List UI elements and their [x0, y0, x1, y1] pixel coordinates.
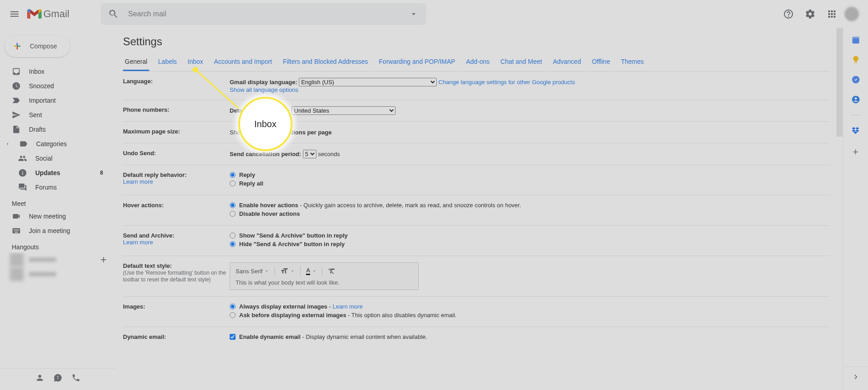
- tab-accounts[interactable]: Accounts and Import: [212, 53, 274, 71]
- sidebar-item-new-meeting[interactable]: New meeting: [0, 209, 108, 224]
- compose-button[interactable]: Compose: [5, 35, 70, 57]
- tab-chat[interactable]: Chat and Meet: [499, 53, 544, 71]
- hide-archive-radio[interactable]: [230, 241, 236, 247]
- sidebar-item-categories[interactable]: Categories: [0, 137, 108, 151]
- gmail-logo[interactable]: Gmail: [27, 8, 69, 20]
- settings-table: Language: Gmail display language: Englis…: [123, 71, 829, 348]
- images-opt2: Ask before displaying external images: [239, 312, 346, 319]
- search-input[interactable]: [128, 10, 405, 18]
- images-learn-more-link[interactable]: Learn more: [333, 303, 363, 310]
- dropbox-addon[interactable]: [851, 126, 860, 135]
- dynamic-email-checkbox[interactable]: [230, 334, 236, 340]
- sidebar-item-snoozed[interactable]: Snoozed: [0, 79, 108, 93]
- tab-filters[interactable]: Filters and Blocked Addresses: [281, 53, 370, 71]
- seconds-text: seconds: [318, 151, 340, 157]
- search-options-button[interactable]: [405, 5, 423, 23]
- tab-addons[interactable]: Add-ons: [464, 53, 491, 71]
- show-archive-radio[interactable]: [230, 233, 236, 238]
- hangout-contact[interactable]: [0, 267, 116, 281]
- sidebar-item-label: Sent: [29, 111, 42, 119]
- main-menu-button[interactable]: [4, 3, 25, 25]
- tab-inbox[interactable]: Inbox: [186, 53, 205, 71]
- sidebar-item-social[interactable]: Social: [0, 151, 108, 166]
- dynamic-opt1: Enable dynamic email: [239, 333, 301, 340]
- country-select[interactable]: United States: [292, 106, 396, 115]
- support-button[interactable]: [779, 5, 797, 23]
- undo-period-select[interactable]: 5: [303, 150, 316, 158]
- phone-label: Phone numbers:: [123, 106, 230, 115]
- keyboard-icon: [12, 226, 21, 235]
- sidebar-item-label: Social: [35, 155, 52, 162]
- hangouts-chat-tab[interactable]: [50, 370, 66, 386]
- row-hover: Hover actions: Enable hover actions - Qu…: [123, 195, 829, 226]
- hangout-contact[interactable]: +: [0, 252, 116, 267]
- ask-images-radio[interactable]: [230, 312, 236, 318]
- country-code-label: Default country code:: [230, 107, 290, 114]
- apps-button[interactable]: [823, 5, 841, 23]
- sidebar-item-label: Drafts: [29, 126, 46, 133]
- reply-radio[interactable]: [230, 172, 236, 178]
- sidebar-item-inbox[interactable]: Inbox: [0, 64, 108, 79]
- caret-down-icon: [290, 269, 295, 273]
- archive-learn-more-link[interactable]: Learn more: [123, 239, 153, 246]
- remove-formatting-button[interactable]: [328, 267, 336, 275]
- sidebar-item-sent[interactable]: Sent: [0, 108, 108, 122]
- font-color-button[interactable]: A: [306, 267, 316, 275]
- language-label: Language:: [123, 78, 230, 93]
- keep-addon[interactable]: [851, 55, 860, 64]
- disable-hover-radio[interactable]: [230, 211, 236, 217]
- row-reply: Default reply behavior: Learn more Reply…: [123, 165, 829, 195]
- tab-offline[interactable]: Offline: [590, 53, 612, 71]
- tasks-addon[interactable]: [851, 75, 860, 84]
- font-family-button[interactable]: Sans Serif: [236, 268, 269, 275]
- dropbox-icon: [851, 126, 860, 135]
- language-select[interactable]: English (US): [299, 78, 437, 86]
- account-avatar[interactable]: [844, 7, 859, 21]
- hangouts-contacts-tab[interactable]: [32, 370, 48, 386]
- tab-forwarding[interactable]: Forwarding and POP/IMAP: [377, 53, 457, 71]
- text-style-sample: This is what your body text will look li…: [236, 279, 413, 286]
- sidebar-item-drafts[interactable]: Drafts: [0, 122, 108, 137]
- sidebar-item-join-meeting[interactable]: Join a meeting: [0, 224, 108, 238]
- hangouts-section-label: Hangouts: [0, 238, 116, 252]
- caret-down-icon: [312, 269, 316, 273]
- tab-advanced[interactable]: Advanced: [551, 53, 583, 71]
- reply-learn-more-link[interactable]: Learn more: [123, 178, 153, 185]
- search-bar[interactable]: [101, 3, 426, 25]
- hover-opt1: Enable hover actions: [239, 202, 298, 209]
- get-addons[interactable]: +: [853, 146, 859, 158]
- sidebar-item-important[interactable]: Important: [0, 93, 108, 108]
- change-language-link[interactable]: Change language settings for other Googl…: [439, 79, 575, 86]
- tab-themes[interactable]: Themes: [619, 53, 646, 71]
- reply-all-radio[interactable]: [230, 181, 236, 186]
- scrollbar[interactable]: [836, 28, 843, 137]
- caret-right-icon: [5, 139, 11, 148]
- side-panel-toggle[interactable]: [843, 366, 868, 383]
- sidebar-item-updates[interactable]: Updates 8: [0, 166, 108, 180]
- always-images-radio[interactable]: [230, 304, 236, 309]
- plus-icon: [10, 39, 24, 53]
- search-button[interactable]: [104, 5, 123, 23]
- text-style-sublabel: (Use the 'Remove formatting' button on t…: [123, 270, 226, 283]
- inbox-icon: [12, 67, 21, 76]
- sidebar-item-forums[interactable]: Forums: [0, 180, 108, 195]
- phone-icon: [71, 373, 80, 382]
- font-size-button[interactable]: [280, 267, 295, 275]
- undo-label: Undo Send:: [123, 150, 230, 158]
- contacts-addon[interactable]: [851, 95, 860, 104]
- sidebar-item-label: Join a meeting: [29, 227, 70, 234]
- display-language-label: Gmail display language:: [230, 79, 297, 86]
- hangouts-phone-tab[interactable]: [68, 370, 84, 386]
- show-all-languages-link[interactable]: Show all language options: [230, 86, 298, 93]
- chat-icon: [53, 373, 62, 382]
- row-dynamic: Dynamic email: Enable dynamic email - Di…: [123, 327, 829, 348]
- calendar-addon[interactable]: [851, 35, 860, 44]
- tab-labels[interactable]: Labels: [156, 53, 179, 71]
- gmail-logo-icon: [27, 9, 42, 19]
- enable-hover-radio[interactable]: [230, 202, 236, 208]
- settings-button[interactable]: [801, 5, 819, 23]
- file-icon: [12, 125, 21, 134]
- gear-icon: [805, 9, 816, 19]
- add-icon[interactable]: +: [100, 253, 107, 266]
- tab-general[interactable]: General: [123, 53, 149, 71]
